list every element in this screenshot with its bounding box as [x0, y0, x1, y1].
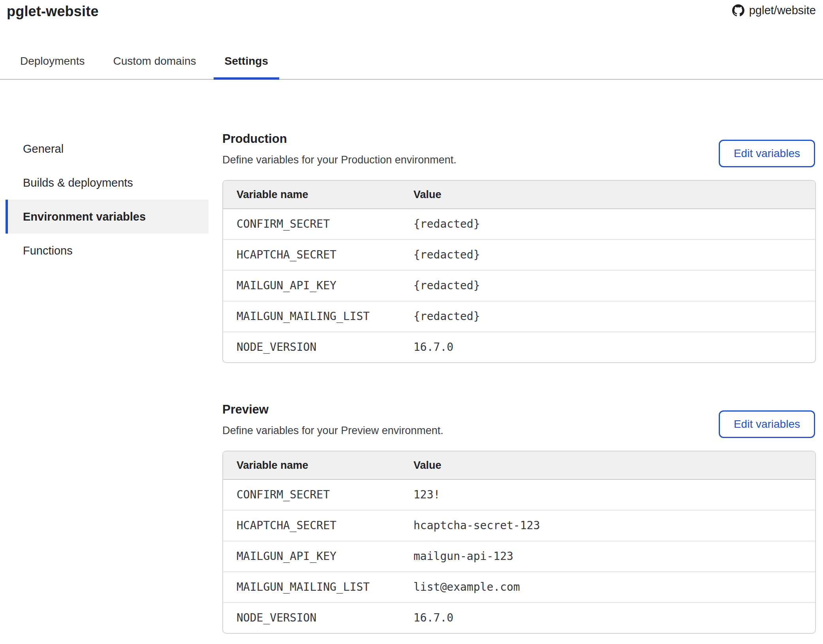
- table-row: MAILGUN_API_KEY {redacted}: [223, 271, 815, 301]
- column-header-value: Value: [413, 181, 815, 209]
- table-row: NODE_VERSION 16.7.0: [223, 332, 815, 362]
- table-row: CONFIRM_SECRET {redacted}: [223, 209, 815, 240]
- variable-name-cell: HCAPTCHA_SECRET: [223, 240, 413, 271]
- github-icon: [732, 4, 744, 17]
- production-variables-table: Variable name Value CONFIRM_SECRET {reda…: [222, 180, 816, 363]
- column-header-value: Value: [413, 451, 815, 480]
- sidebar-item-builds-deployments[interactable]: Builds & deployments: [6, 166, 209, 200]
- tab-custom-domains[interactable]: Custom domains: [102, 54, 207, 79]
- edit-variables-button-preview[interactable]: Edit variables: [719, 410, 815, 438]
- section-description-preview: Define variables for your Preview enviro…: [222, 424, 443, 437]
- variable-value-cell: {redacted}: [413, 301, 815, 332]
- variable-name-cell: MAILGUN_API_KEY: [223, 271, 413, 301]
- table-row: HCAPTCHA_SECRET hcaptcha-secret-123: [223, 511, 815, 541]
- repo-name: pglet/website: [749, 4, 816, 17]
- tab-deployments[interactable]: Deployments: [9, 54, 96, 79]
- edit-variables-button-production[interactable]: Edit variables: [719, 140, 815, 167]
- table-row: CONFIRM_SECRET 123!: [223, 480, 815, 511]
- table-row: NODE_VERSION 16.7.0: [223, 603, 815, 633]
- production-section: Production Define variables for your Pro…: [222, 132, 816, 363]
- preview-section: Preview Define variables for your Previe…: [222, 402, 816, 634]
- page-title: pglet-website: [7, 3, 99, 20]
- variable-name-cell: CONFIRM_SECRET: [223, 209, 413, 240]
- variable-name-cell: MAILGUN_MAILING_LIST: [223, 572, 413, 603]
- repo-link[interactable]: pglet/website: [732, 4, 816, 17]
- section-title-production: Production: [222, 132, 457, 146]
- variable-name-cell: MAILGUN_MAILING_LIST: [223, 301, 413, 332]
- sidebar-item-general[interactable]: General: [6, 132, 209, 166]
- column-header-variable-name: Variable name: [223, 181, 413, 209]
- variable-name-cell: NODE_VERSION: [223, 332, 413, 362]
- variable-value-cell: 16.7.0: [413, 603, 815, 633]
- variable-value-cell: 16.7.0: [413, 332, 815, 362]
- variable-name-cell: HCAPTCHA_SECRET: [223, 511, 413, 541]
- variable-name-cell: NODE_VERSION: [223, 603, 413, 633]
- variable-name-cell: MAILGUN_API_KEY: [223, 541, 413, 572]
- table-row: MAILGUN_MAILING_LIST list@example.com: [223, 572, 815, 603]
- variable-name-cell: CONFIRM_SECRET: [223, 480, 413, 511]
- variable-value-cell: list@example.com: [413, 572, 815, 603]
- table-row: HCAPTCHA_SECRET {redacted}: [223, 240, 815, 271]
- tab-settings[interactable]: Settings: [214, 54, 279, 79]
- preview-variables-table: Variable name Value CONFIRM_SECRET 123! …: [222, 451, 816, 634]
- section-description-production: Define variables for your Production env…: [222, 153, 457, 167]
- top-header: pglet-website pglet/website: [0, 0, 823, 20]
- table-row: MAILGUN_MAILING_LIST {redacted}: [223, 301, 815, 332]
- main-panel: Production Define variables for your Pro…: [222, 132, 816, 634]
- sidebar-item-functions[interactable]: Functions: [6, 234, 209, 268]
- content: General Builds & deployments Environment…: [0, 132, 823, 634]
- tab-bar: Deployments Custom domains Settings: [0, 54, 823, 80]
- settings-sidebar: General Builds & deployments Environment…: [6, 132, 209, 268]
- variable-value-cell: {redacted}: [413, 209, 815, 240]
- column-header-variable-name: Variable name: [223, 451, 413, 480]
- table-row: MAILGUN_API_KEY mailgun-api-123: [223, 541, 815, 572]
- variable-value-cell: mailgun-api-123: [413, 541, 815, 572]
- sidebar-item-environment-variables[interactable]: Environment variables: [6, 200, 209, 234]
- variable-value-cell: 123!: [413, 480, 815, 511]
- variable-value-cell: {redacted}: [413, 271, 815, 301]
- variable-value-cell: {redacted}: [413, 240, 815, 271]
- section-title-preview: Preview: [222, 402, 443, 417]
- variable-value-cell: hcaptcha-secret-123: [413, 511, 815, 541]
